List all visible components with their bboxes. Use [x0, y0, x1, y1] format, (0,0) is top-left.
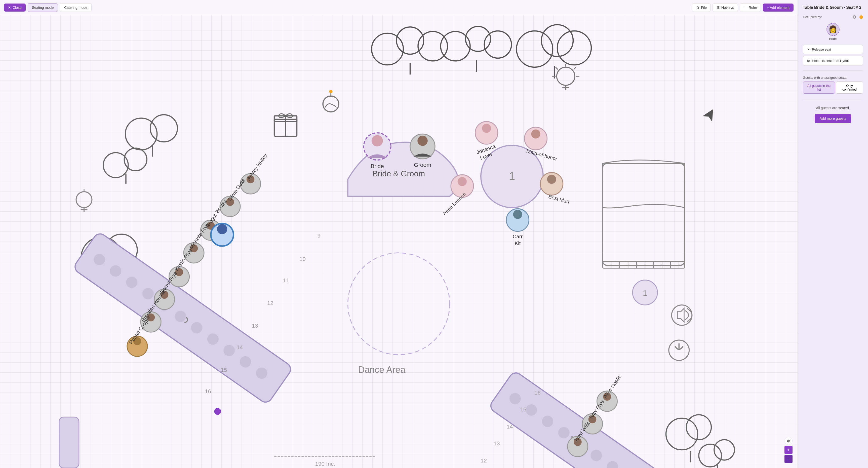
- occupied-label: Occupied by:: [803, 15, 822, 19]
- svg-text:12: 12: [267, 300, 274, 306]
- piano-decoration: [602, 160, 685, 268]
- svg-point-26: [76, 192, 92, 208]
- toolbar-right: 🗋 File ⌘ Hotkeys — Ruler + Add element: [692, 3, 794, 12]
- navigate-icon: [703, 106, 718, 122]
- hide-seat-button[interactable]: ◎ Hide this seat from layout: [803, 56, 863, 65]
- release-seat-button[interactable]: ✕ Release seat: [803, 45, 863, 54]
- dance-area-label: Dance Area: [358, 365, 406, 375]
- svg-point-157: [666, 418, 698, 450]
- speaker-decoration: [672, 305, 692, 325]
- add-more-guests-label: Add more guests: [820, 117, 846, 121]
- svg-point-53: [531, 130, 540, 138]
- svg-rect-112: [602, 163, 685, 266]
- zoom-out-button[interactable]: −: [784, 455, 793, 463]
- highlighted-avatar[interactable]: [211, 223, 234, 246]
- power-decoration: [669, 340, 689, 361]
- svg-text:12: 12: [480, 458, 487, 464]
- svg-point-56: [458, 177, 467, 186]
- map-controls: ⊕ + −: [784, 437, 793, 463]
- purple-marker: [214, 408, 221, 415]
- ashley-avatar[interactable]: Ashley Hatley: [240, 153, 268, 194]
- add-more-guests-button[interactable]: Add more guests: [815, 114, 851, 123]
- guests-section: Guests with unassigned seats: All guests…: [803, 76, 863, 94]
- svg-point-44: [417, 136, 428, 146]
- svg-point-41: [372, 135, 383, 147]
- lightbulb-decoration: [552, 64, 580, 90]
- guest-avatar: 👩: [827, 23, 840, 36]
- compass-button[interactable]: ⊕: [784, 437, 793, 445]
- svg-text:Carr: Carr: [513, 234, 523, 239]
- lightbulb-left: [76, 189, 92, 212]
- guests-header: Guests with unassigned seats:: [803, 76, 863, 80]
- svg-text:Bride: Bride: [371, 163, 384, 169]
- sidebar: Table Bride & Groom · Seat # 2 Occupied …: [798, 0, 868, 468]
- filter-all-button[interactable]: All guests in the list: [803, 82, 835, 94]
- toolbar: ✕ Close Seating mode Catering mode 🗋 Fil…: [0, 0, 798, 15]
- file-button[interactable]: 🗋 File: [692, 3, 711, 12]
- tree-left-1: [125, 115, 177, 157]
- canvas-content[interactable]: Bride & Groom Bride Groom 1: [0, 15, 798, 468]
- close-icon: ✕: [8, 5, 11, 9]
- gear-icon[interactable]: ⚙: [852, 14, 857, 20]
- svg-text:1: 1: [643, 289, 647, 298]
- x-icon: ✕: [807, 48, 810, 51]
- svg-point-161: [714, 440, 735, 460]
- divider-1: [803, 70, 863, 71]
- svg-point-12: [557, 67, 575, 85]
- all-seated-text: All guests are seated.: [816, 104, 850, 112]
- svg-marker-154: [703, 106, 718, 122]
- tree-decoration-1: [372, 27, 447, 74]
- status-dot: [860, 15, 863, 19]
- tree-left-2: [103, 148, 147, 184]
- svg-text:13: 13: [252, 322, 258, 329]
- seating-mode-label: Seating mode: [32, 5, 54, 9]
- filter-tabs: All guests in the list Only confirmed: [803, 82, 863, 94]
- filter-confirmed-button[interactable]: Only confirmed: [836, 82, 863, 94]
- tree-bottom-right-1: [666, 415, 711, 463]
- svg-point-24: [124, 148, 147, 171]
- svg-point-127: [348, 253, 450, 355]
- svg-text:11: 11: [283, 277, 289, 284]
- tree-bottom-right-2: [699, 440, 735, 468]
- svg-text:13: 13: [494, 440, 500, 447]
- svg-marker-124: [677, 309, 684, 322]
- hotkeys-button[interactable]: ⌘ Hotkeys: [713, 3, 738, 12]
- guest-name: Bride: [829, 37, 837, 41]
- svg-point-160: [699, 444, 721, 467]
- svg-text:15: 15: [520, 406, 526, 413]
- floor-plan-svg[interactable]: Bride & Groom Bride Groom 1: [0, 15, 798, 468]
- svg-point-158: [686, 415, 711, 440]
- ruler-button[interactable]: — Ruler: [740, 3, 761, 12]
- file-label: File: [701, 5, 707, 9]
- add-element-button[interactable]: + Add element: [763, 3, 794, 11]
- svg-text:Bride & Groom: Bride & Groom: [373, 169, 425, 178]
- svg-text:16: 16: [205, 388, 211, 395]
- eye-icon: ◎: [807, 59, 810, 63]
- carr-avatar[interactable]: Carr Kit: [506, 209, 529, 246]
- hide-seat-label: Hide this seat from layout: [812, 59, 849, 63]
- svg-line-17: [574, 67, 576, 69]
- svg-text:Groom: Groom: [414, 162, 431, 168]
- zoom-in-button[interactable]: +: [784, 446, 793, 454]
- svg-point-10: [557, 31, 591, 65]
- catering-mode-button[interactable]: Catering mode: [60, 3, 92, 12]
- svg-text:Kit: Kit: [515, 241, 521, 246]
- table-small-1[interactable]: 1: [632, 280, 657, 305]
- olivia-avatar[interactable]: Olivia Duke: [220, 177, 246, 217]
- occupied-section: Occupied by: ⚙ 👩 Bride: [803, 14, 863, 41]
- tree-decoration-3: [517, 25, 591, 79]
- filter-all-label: All guests in the list: [807, 84, 831, 91]
- cake-decoration: [323, 90, 339, 112]
- hotkeys-label: Hotkeys: [721, 5, 734, 9]
- catering-mode-label: Catering mode: [64, 5, 87, 9]
- bestman-avatar[interactable]: Best Man: [540, 173, 570, 205]
- close-label: Close: [12, 5, 22, 9]
- svg-text:1: 1: [509, 169, 515, 182]
- close-button[interactable]: ✕ Close: [4, 3, 26, 11]
- ronan-avatar[interactable]: Ronan Cooper: [127, 315, 151, 356]
- release-seat-label: Release seat: [812, 48, 831, 51]
- svg-text:10: 10: [300, 256, 306, 262]
- seating-mode-button[interactable]: Seating mode: [28, 3, 58, 12]
- svg-point-62: [513, 210, 522, 219]
- svg-point-21: [150, 115, 177, 142]
